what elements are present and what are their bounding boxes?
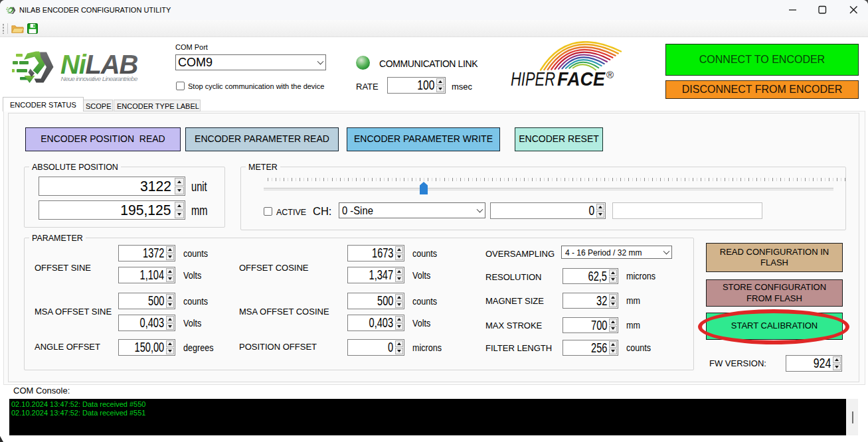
svg-text:®: ® xyxy=(606,69,614,80)
svg-text:HIPER: HIPER xyxy=(511,68,555,90)
svg-text:Neue innovative Linearantriebe: Neue innovative Linearantriebe xyxy=(61,75,139,82)
svg-text:FACE: FACE xyxy=(557,68,606,90)
svg-text:NiLAB: NiLAB xyxy=(60,50,138,79)
